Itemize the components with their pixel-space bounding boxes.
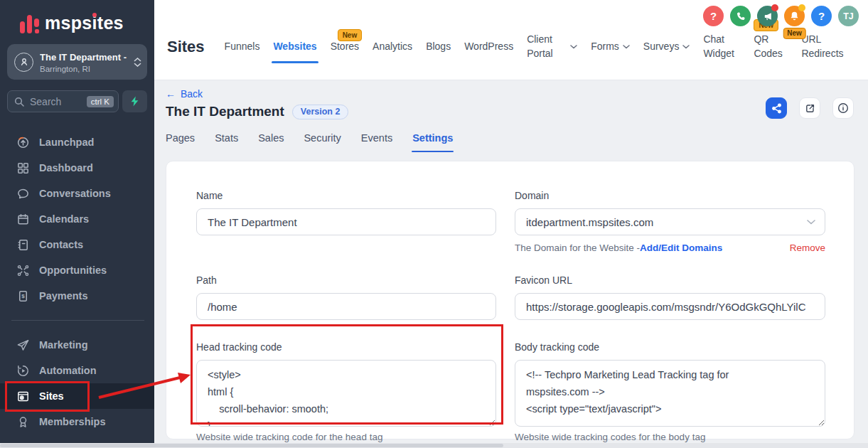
account-switcher[interactable]: The IT Department - ... Barrington, RI: [7, 44, 147, 80]
name-input[interactable]: [196, 208, 496, 235]
user-avatar[interactable]: TJ: [838, 6, 859, 26]
domain-select[interactable]: itdepartment.mspsites.com: [515, 208, 825, 235]
remove-domain-link[interactable]: Remove: [790, 242, 825, 253]
sidebar-item-dashboard[interactable]: Dashboard: [0, 155, 154, 181]
support-button[interactable]: ?: [811, 6, 832, 26]
calendar-icon: [16, 213, 30, 226]
contacts-book-icon: [16, 238, 30, 252]
announcements-button[interactable]: [757, 6, 778, 26]
sites-icon: [16, 390, 30, 403]
sidebar-item-marketing[interactable]: Marketing: [0, 332, 154, 358]
favicon-label: Favicon URL: [515, 274, 825, 286]
topnav-client-portal[interactable]: Client Portal: [527, 33, 577, 60]
chevron-up-down-icon: [134, 58, 141, 67]
svg-text:$: $: [21, 293, 25, 299]
account-avatar-icon: [14, 53, 33, 72]
head-tracking-textarea[interactable]: <style> html { scroll-behavior: smooth; …: [196, 360, 496, 427]
add-edit-domains-link[interactable]: Add/Edit Domains: [640, 242, 722, 253]
help-button[interactable]: ?: [703, 6, 724, 26]
notifications-new-badge: New: [783, 28, 806, 39]
sidebar-item-memberships[interactable]: Memberships: [0, 409, 154, 434]
bell-icon: [789, 11, 800, 21]
sidebar-item-contacts[interactable]: Contacts: [0, 232, 154, 257]
topnav-title: Sites: [167, 38, 205, 56]
tab-pages[interactable]: Pages: [166, 132, 195, 144]
logo-bars-icon: [20, 12, 39, 33]
topnav-surveys[interactable]: Surveys: [643, 40, 690, 54]
topnav-blogs[interactable]: Blogs: [426, 40, 451, 54]
tab-events[interactable]: Events: [361, 132, 392, 144]
path-field: Path: [196, 274, 496, 320]
info-icon: [837, 102, 849, 114]
paper-plane-icon: [16, 338, 30, 352]
quick-actions-button[interactable]: [122, 90, 147, 112]
tab-settings[interactable]: Settings: [412, 132, 453, 144]
horizontal-scrollbar[interactable]: [0, 443, 868, 448]
main-content: ← Back The IT Department Version 2 Pages…: [154, 80, 868, 448]
topnav-websites[interactable]: Websites: [273, 40, 316, 54]
scrollbar-thumb[interactable]: [0, 444, 503, 447]
award-ribbon-icon: [16, 415, 30, 429]
dashboard-icon: [16, 161, 30, 175]
site-tabs: Pages Stats Sales Security Events Settin…: [166, 132, 868, 144]
topnav-analytics[interactable]: Analytics: [373, 40, 412, 54]
app-logo[interactable]: mspsites: [0, 0, 154, 33]
notifications-button[interactable]: [784, 6, 805, 26]
opportunities-icon: [16, 264, 30, 277]
chevron-down-icon: [682, 45, 690, 49]
account-name: The IT Department - ...: [40, 52, 127, 63]
search-icon: [14, 97, 24, 107]
header-icon-row: ? New ? TJ: [703, 6, 859, 26]
topnav-stores[interactable]: StoresNew: [331, 40, 359, 54]
payments-icon: $: [16, 289, 30, 303]
topnav-forms[interactable]: Forms: [591, 40, 630, 54]
notification-dot: [771, 4, 778, 11]
chevron-down-icon: [623, 45, 630, 49]
account-location: Barrington, RI: [40, 65, 127, 73]
path-label: Path: [196, 274, 496, 286]
sidebar-item-calendars[interactable]: Calendars: [0, 206, 154, 232]
head-tracking-label: Head tracking code: [196, 341, 496, 353]
domain-field: Domain itdepartment.mspsites.com The Dom…: [515, 190, 825, 253]
phone-button[interactable]: [730, 6, 751, 26]
notification-dot: [798, 4, 805, 11]
topnav-wordpress[interactable]: WordPress: [464, 40, 513, 54]
topnav-chat-widget[interactable]: Chat Widget: [703, 33, 740, 60]
sidebar-item-opportunities[interactable]: Opportunities: [0, 257, 154, 283]
share-button[interactable]: [766, 97, 787, 119]
settings-card: Name Domain itdepartment.mspsites.com Th…: [166, 161, 854, 439]
open-site-button[interactable]: [799, 97, 820, 119]
lightning-bolt-icon: [130, 96, 139, 107]
automation-icon: [16, 364, 30, 378]
external-link-icon: [805, 103, 815, 114]
topnav-url-redirects[interactable]: URL Redirects: [801, 33, 848, 60]
back-link[interactable]: ← Back: [166, 88, 203, 100]
sidebar-item-sites[interactable]: Sites: [0, 383, 154, 409]
search-shortcut-badge: ctrl K: [87, 96, 114, 107]
sidebar-item-launchpad[interactable]: Launchpad: [0, 129, 154, 155]
path-input[interactable]: [196, 293, 496, 320]
share-icon: [771, 103, 782, 114]
page-title: The IT Department: [166, 104, 284, 119]
sidebar-item-automation[interactable]: Automation: [0, 358, 154, 383]
tab-security[interactable]: Security: [304, 132, 341, 144]
topnav-funnels[interactable]: Funnels: [225, 40, 260, 54]
body-tracking-field: Body tracking code <!-- Techpro Marketin…: [515, 341, 825, 442]
chevron-down-icon: [807, 220, 815, 225]
back-arrow-icon: ←: [166, 88, 176, 100]
phone-icon: [736, 11, 746, 21]
sidebar-item-conversations[interactable]: Conversations: [0, 181, 154, 206]
body-tracking-textarea[interactable]: <!-- Techpro Marketing Lead Tracking tag…: [515, 360, 825, 427]
sidebar: mspsites The IT Department - ... Barring…: [0, 0, 154, 448]
search-input[interactable]: Search ctrl K: [7, 90, 119, 112]
favicon-input[interactable]: [515, 293, 825, 320]
sidebar-nav: Launchpad Dashboard Conversations Calend…: [0, 129, 154, 448]
tab-stats[interactable]: Stats: [215, 132, 238, 144]
chevron-down-icon: [570, 45, 577, 49]
favicon-field: Favicon URL: [515, 274, 825, 320]
head-tracking-helper: Website wide tracking code for the head …: [196, 432, 496, 442]
sidebar-item-payments[interactable]: $ Payments: [0, 283, 154, 309]
logo-text: mspsites: [45, 13, 124, 33]
tab-sales[interactable]: Sales: [258, 132, 284, 144]
info-button[interactable]: [832, 97, 854, 119]
